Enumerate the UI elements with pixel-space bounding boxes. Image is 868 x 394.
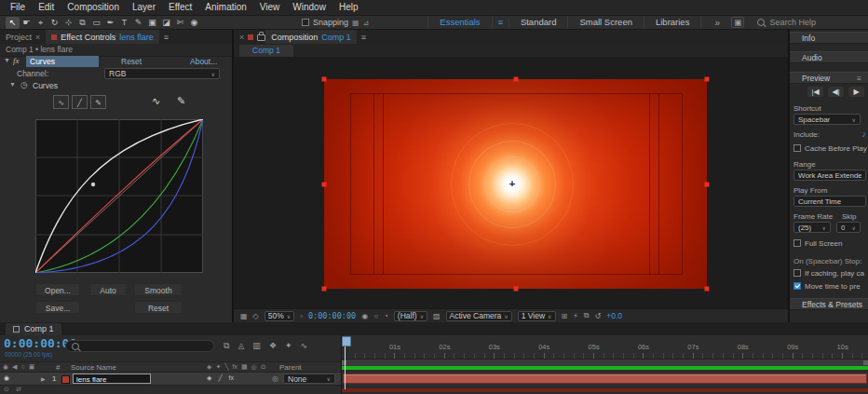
snap-option-guides-icon[interactable]: ⊿ xyxy=(363,19,370,27)
menu-edit[interactable]: Edit xyxy=(32,0,61,15)
frame-blending-icon[interactable]: ❖ xyxy=(269,341,277,351)
menu-layer[interactable]: Layer xyxy=(126,0,162,15)
work-area-end-handle[interactable] xyxy=(863,360,868,365)
lock-icon[interactable] xyxy=(257,34,265,41)
line-box-icon[interactable]: ╱ xyxy=(72,95,88,109)
full-screen-checkbox[interactable]: Full Screen xyxy=(793,238,868,248)
composition-frame[interactable]: + xyxy=(324,79,707,289)
viewer-tab-comp1[interactable]: Comp 1 xyxy=(239,45,293,57)
hand-tool[interactable]: ☛ xyxy=(20,17,34,29)
auto-button[interactable]: Auto xyxy=(89,283,127,296)
shortcut-select[interactable]: Spacebar ∨ xyxy=(793,114,861,125)
magnification-select[interactable]: 50% ∨ xyxy=(264,311,294,321)
grid-options-icon[interactable]: ▦ xyxy=(240,312,248,320)
type-tool[interactable]: T xyxy=(117,17,131,29)
close-icon[interactable]: × xyxy=(35,33,40,42)
av-icon-3[interactable]: ▣ xyxy=(29,363,35,371)
menu-window[interactable]: Window xyxy=(286,0,332,15)
close-icon[interactable]: × xyxy=(234,33,248,42)
curve-point[interactable] xyxy=(91,183,95,186)
include-audio-icon[interactable]: ♪ xyxy=(862,129,867,139)
parent-select[interactable]: None ∨ xyxy=(283,374,335,384)
brush-tool[interactable]: ✎ xyxy=(131,17,145,29)
layer-switch-icon-0[interactable]: ◈ xyxy=(207,374,211,382)
draw-pencil-icon[interactable]: ✎ xyxy=(177,95,185,107)
snap-option-grid-icon[interactable]: ▦ xyxy=(352,19,359,27)
curve-box-icon[interactable]: ∿ xyxy=(53,95,69,109)
layer-track[interactable] xyxy=(342,373,868,385)
checkbox-checked-icon[interactable] xyxy=(793,282,801,290)
layer-switch-icon-1[interactable]: ╱ xyxy=(218,374,222,382)
orbit-camera-tool[interactable]: ↻ xyxy=(47,17,61,29)
resolution-select[interactable]: (Half) ∨ xyxy=(394,311,427,321)
timeline-tab-comp1[interactable]: Comp 1 xyxy=(6,323,61,335)
move-time-checkbox[interactable]: Move time to pre xyxy=(793,281,868,291)
pen-tool[interactable]: ✒ xyxy=(103,17,117,29)
curves-graph[interactable] xyxy=(35,119,203,273)
frame-rate-select[interactable]: (25) ∨ xyxy=(793,222,831,233)
previous-frame-button[interactable]: ◀| xyxy=(828,87,844,97)
menu-composition[interactable]: Composition xyxy=(61,0,126,15)
stopwatch-icon[interactable]: ◷ xyxy=(20,80,28,89)
puppet-pin-tool[interactable]: ◉ xyxy=(187,17,201,29)
tab-effect-controls[interactable]: Effect Controls lens flare xyxy=(46,30,158,44)
eraser-tool[interactable]: ◪ xyxy=(159,17,173,29)
about-effect-link[interactable]: About... xyxy=(190,57,217,66)
layer-expand-icon[interactable]: ▶ xyxy=(41,375,46,382)
snapshot-icon[interactable]: ◉ xyxy=(361,312,368,320)
move-anchor-icon[interactable]: + xyxy=(509,178,515,189)
if-caching-checkbox[interactable]: If caching, play ca xyxy=(793,268,868,278)
workspace-small-screen[interactable]: Small Screen xyxy=(568,16,644,29)
selection-tool[interactable]: ↖ xyxy=(6,17,20,29)
checkbox-icon[interactable] xyxy=(793,144,801,152)
selection-handle-7[interactable] xyxy=(705,287,710,292)
selection-handle-1[interactable] xyxy=(513,77,518,82)
menu-animation[interactable]: Animation xyxy=(198,0,252,15)
draft-3d-icon[interactable]: ◬ xyxy=(237,341,244,351)
menu-effect[interactable]: Effect xyxy=(162,0,198,15)
range-select[interactable]: Work Area Extended xyxy=(793,170,866,181)
hide-shy-layers-icon[interactable]: ▥ xyxy=(252,341,261,351)
selection-handle-5[interactable] xyxy=(322,287,327,292)
layer-visibility-icon[interactable]: ◉ xyxy=(4,374,9,382)
pick-whip-icon[interactable]: ◎ xyxy=(272,374,278,383)
tab-composition[interactable]: Composition Comp 1 xyxy=(265,30,357,44)
workspace-manager-icon[interactable]: ▣ xyxy=(731,17,745,28)
info-panel-header[interactable]: Info xyxy=(790,32,868,44)
column-parent[interactable]: Parent xyxy=(279,363,302,372)
collapse-curves-icon[interactable]: ▼ xyxy=(9,81,16,88)
skip-select[interactable]: 0 ∨ xyxy=(836,222,861,233)
selection-handle-0[interactable] xyxy=(322,77,327,82)
smooth-button[interactable]: Smooth xyxy=(134,283,183,296)
collapse-effect-icon[interactable]: ▼ xyxy=(4,57,10,63)
mini-flowchart-icon[interactable]: ⧉ xyxy=(584,311,590,320)
timeline-search-input[interactable] xyxy=(65,340,214,352)
reset-button[interactable]: Reset xyxy=(134,301,183,314)
pixel-aspect-icon[interactable]: ⊞ xyxy=(562,312,568,320)
fast-preview-icon[interactable]: ⚡ xyxy=(573,312,578,320)
workspace-options-icon[interactable]: ≡ xyxy=(493,18,509,27)
current-time-indicator-line[interactable] xyxy=(345,344,346,389)
av-icon-2[interactable]: ○ xyxy=(21,363,25,371)
transparency-grid-icon[interactable]: ▨ xyxy=(433,312,441,320)
show-snapshot-icon[interactable]: ○ xyxy=(373,312,378,320)
layer-row[interactable]: ◉ ▶ 1 lens flare ◈╱fx ◎ None ∨ xyxy=(0,373,341,386)
reset-effect-link[interactable]: Reset xyxy=(121,57,142,66)
menu-file[interactable]: File xyxy=(4,0,32,15)
av-icon-0[interactable]: ◉ xyxy=(3,363,8,371)
pan-behind-tool[interactable]: ⧉ xyxy=(75,17,89,29)
work-area-bar[interactable] xyxy=(342,360,868,366)
panel-menu-icon[interactable]: ≡ xyxy=(159,33,173,42)
mask-visibility-icon[interactable]: ◇ xyxy=(253,312,259,320)
panel-menu-icon[interactable]: ≡ xyxy=(852,73,866,85)
selection-handle-4[interactable] xyxy=(705,182,710,186)
help-search-input[interactable]: Search Help xyxy=(757,18,816,27)
graph-editor-icon[interactable]: ∿ xyxy=(301,341,308,351)
timeline-navigator[interactable] xyxy=(342,388,868,392)
exposure-reset-icon[interactable]: ↺ xyxy=(595,312,602,320)
effects-presets-header[interactable]: Effects & Presets xyxy=(790,298,868,310)
selection-handle-6[interactable] xyxy=(513,287,518,292)
pan-camera-tool[interactable]: ⊹ xyxy=(61,17,75,29)
column-source-name[interactable]: Source Name xyxy=(71,363,116,372)
layer-switch-icon-2[interactable]: fx xyxy=(229,374,234,382)
